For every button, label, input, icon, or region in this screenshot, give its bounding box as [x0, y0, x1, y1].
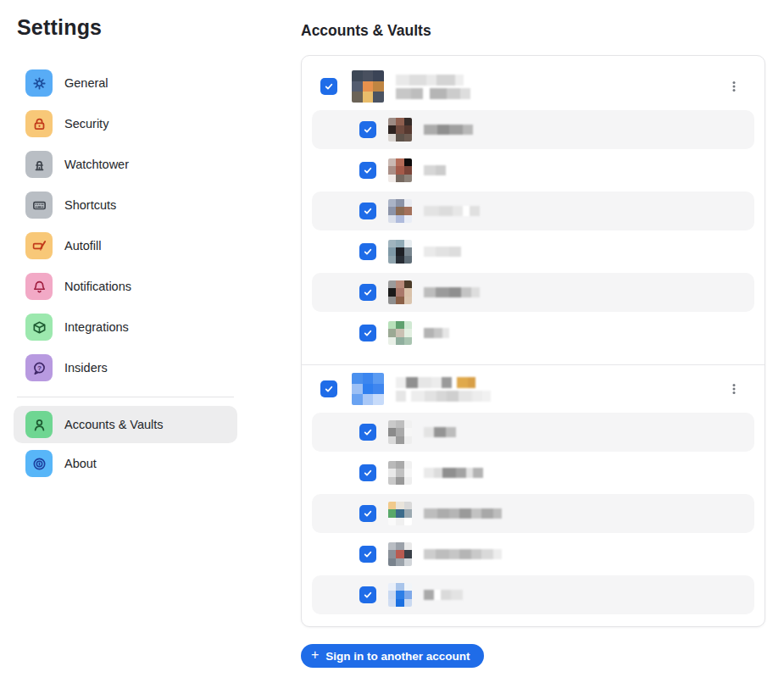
redacted-block: [424, 287, 436, 297]
avatar-pixel: [396, 166, 403, 174]
redacted-block: [437, 125, 449, 135]
redacted-block: [426, 75, 436, 86]
avatar-pixel: [388, 134, 396, 142]
avatar-pixel: [388, 599, 396, 607]
account-menu-button[interactable]: [724, 76, 744, 97]
vault-checkbox[interactable]: [359, 243, 376, 260]
avatar-pixel: [363, 70, 374, 81]
avatar-pixel: [388, 125, 396, 133]
vault-checkbox[interactable]: [359, 162, 376, 179]
avatar-pixel: [373, 384, 384, 395]
redacted-block: [436, 247, 449, 257]
redacted-block: [457, 377, 468, 388]
avatar-pixel: [396, 158, 403, 166]
avatar-pixel: [404, 542, 412, 550]
avatar-pixel: [404, 215, 412, 223]
avatar-pixel: [388, 175, 396, 182]
avatar-pixel: [352, 373, 363, 384]
sidebar-item-security[interactable]: Security: [14, 103, 237, 144]
sidebar-item-about[interactable]: About: [14, 445, 237, 482]
avatar-pixel: [404, 166, 412, 174]
sign-in-button-label: Sign in to another account: [325, 650, 470, 663]
vault-checkbox[interactable]: [359, 203, 376, 219]
vault-name-redacted: [424, 287, 480, 297]
check-icon: [362, 426, 374, 438]
sidebar-item-accounts-vaults[interactable]: Accounts & Vaults: [14, 406, 237, 443]
redacted-block: [471, 287, 480, 297]
avatar-pixel: [404, 134, 412, 142]
redacted-block: [482, 391, 491, 402]
vault-checkbox[interactable]: [359, 325, 376, 341]
sidebar-item-label: Shortcuts: [64, 198, 116, 212]
check-icon: [362, 589, 374, 601]
avatar-pixel: [352, 384, 363, 395]
redacted-block: [409, 75, 426, 86]
sidebar-item-label: About: [64, 457, 97, 470]
avatar-pixel: [396, 199, 403, 207]
avatar-pixel: [404, 256, 412, 264]
svg-text:?: ?: [37, 364, 42, 371]
avatar-pixel: [404, 550, 412, 558]
check-icon: [362, 205, 374, 217]
redacted-block: [424, 468, 434, 478]
vault-checkbox[interactable]: [359, 505, 376, 522]
avatar-pixel: [388, 337, 396, 345]
account-checkbox[interactable]: [320, 380, 337, 397]
redacted-block: [437, 508, 449, 519]
account-name-line: [396, 377, 491, 388]
sidebar-item-general[interactable]: General: [14, 63, 237, 103]
autofill-pen-icon: [25, 232, 53, 259]
sidebar-item-label: General: [64, 76, 108, 90]
vault-checkbox[interactable]: [359, 464, 376, 481]
sidebar-item-watchtower[interactable]: Watchtower: [14, 144, 237, 185]
avatar-pixel: [404, 321, 412, 329]
redacted-block: [434, 427, 446, 437]
vault-checkbox[interactable]: [359, 284, 376, 301]
avatar-pixel: [396, 256, 403, 264]
vault-checkbox[interactable]: [359, 586, 376, 603]
vault-checkbox[interactable]: [359, 121, 376, 138]
account-checkbox[interactable]: [320, 78, 337, 95]
watchtower-icon: [25, 151, 53, 178]
avatar-pixel: [396, 288, 403, 296]
avatar-pixel: [363, 394, 374, 405]
avatar-pixel: [396, 297, 403, 304]
sidebar-item-notifications[interactable]: Notifications: [14, 266, 237, 307]
sidebar-item-shortcuts[interactable]: Shortcuts: [14, 185, 237, 225]
avatar-pixel: [363, 81, 374, 92]
avatar-pixel: [388, 247, 396, 255]
sidebar-item-insiders[interactable]: ?Insiders: [14, 347, 237, 388]
account-menu-button[interactable]: [724, 379, 744, 399]
vault-name-redacted: [424, 427, 456, 437]
redacted-block: [451, 590, 463, 600]
avatar-pixel: [388, 280, 396, 288]
avatar-pixel: [388, 321, 396, 329]
redacted-block: [424, 328, 434, 338]
vault-checkbox[interactable]: [359, 424, 376, 441]
sidebar-item-integrations[interactable]: Integrations: [14, 307, 237, 347]
vault-avatar: [388, 240, 412, 264]
avatar-pixel: [388, 158, 396, 166]
redacted-block: [424, 508, 437, 519]
account-group: [312, 66, 754, 353]
sidebar-item-label: Integrations: [64, 320, 129, 334]
avatar-pixel: [404, 509, 412, 517]
avatar-pixel: [404, 591, 412, 598]
avatar-pixel: [388, 550, 396, 558]
avatar-pixel: [352, 81, 363, 92]
sidebar-item-label: Security: [64, 117, 108, 130]
vault-checkbox[interactable]: [359, 546, 376, 563]
redacted-block: [493, 508, 502, 519]
sidebar-item-autofill[interactable]: Autofill: [14, 225, 237, 266]
sign-in-another-account-button[interactable]: + Sign in to another account: [301, 644, 484, 668]
redacted-block: [461, 287, 471, 297]
avatar-pixel: [404, 436, 412, 444]
avatar-pixel: [388, 199, 396, 207]
avatar-pixel: [396, 436, 403, 444]
vault-row: [312, 575, 754, 614]
avatar-pixel: [388, 215, 396, 223]
vault-name-redacted: [424, 549, 502, 559]
avatar-pixel: [388, 436, 396, 444]
redacted-block: [436, 165, 446, 175]
avatar-pixel: [396, 240, 403, 247]
